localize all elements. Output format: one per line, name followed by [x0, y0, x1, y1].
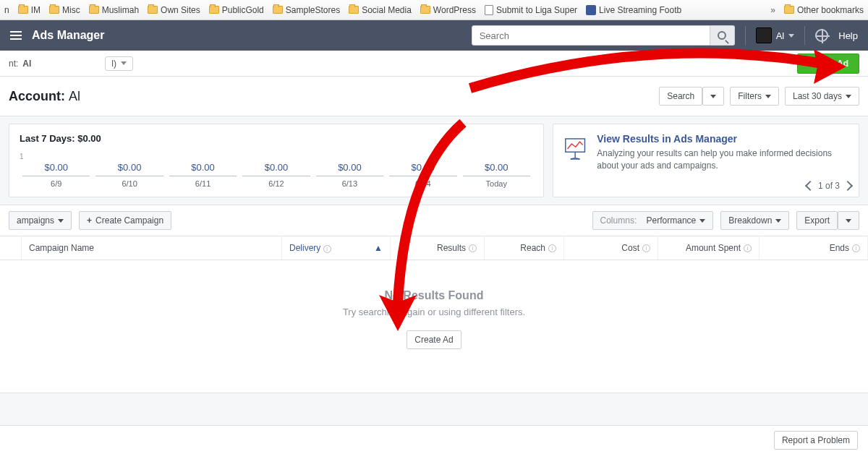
summary-cards: Last 7 Days: $0.00 1 $0.006/9 $0.006/10 … [0, 116, 868, 205]
bookmark-item[interactable]: Muslimah [89, 5, 139, 15]
page-icon [485, 5, 493, 15]
empty-body: Try searching again or using different f… [0, 307, 868, 317]
search-input[interactable] [472, 25, 710, 46]
bookmark-item[interactable]: WordPress [420, 5, 476, 15]
column-delivery[interactable]: Delivery i▲ [282, 236, 391, 260]
divider [804, 26, 805, 45]
search-dropdown[interactable] [702, 87, 724, 106]
spend-day[interactable]: $0.006/12 [239, 162, 312, 188]
chevron-down-icon [846, 95, 851, 98]
bookmark-item[interactable]: PublicGold [209, 5, 264, 15]
bookmark-item[interactable]: SampleStores [273, 5, 340, 15]
chart-icon [563, 133, 587, 165]
menu-icon[interactable] [10, 31, 22, 40]
other-bookmarks[interactable]: Other bookmarks [784, 5, 864, 15]
create-ad-button-empty[interactable]: Create Ad [407, 330, 461, 349]
empty-title: No Results Found [0, 289, 868, 302]
page-title: Account: Al [9, 89, 80, 104]
chevron-left-icon[interactable] [805, 181, 815, 191]
columns-selector[interactable]: Columns: Performance [592, 211, 714, 230]
chevron-down-icon [788, 34, 794, 38]
svg-rect-0 [566, 139, 585, 152]
bookmark-item[interactable]: Submit to Liga Super [485, 5, 577, 15]
table-toolbar: ampaigns +Create Campaign Columns: Perfo… [0, 205, 868, 236]
folder-icon [349, 6, 359, 14]
empty-state: No Results Found Try searching again or … [0, 260, 868, 393]
avatar [756, 27, 772, 43]
bookmark-item[interactable]: Misc [49, 5, 80, 15]
global-search [472, 25, 735, 46]
folder-icon [209, 6, 219, 14]
promo-pager: 1 of 3 [807, 181, 851, 191]
bookmarks-overflow[interactable]: » [770, 5, 775, 15]
info-icon: i [642, 244, 650, 252]
spend-day[interactable]: $0.006/13 [313, 162, 386, 188]
search-icon [718, 31, 726, 40]
campaigns-dropdown[interactable]: ampaigns [9, 211, 72, 230]
export-button[interactable]: Export [796, 211, 838, 230]
bookmark-item[interactable]: Social Media [349, 5, 412, 15]
report-problem-button[interactable]: Report a Problem [774, 431, 858, 450]
chart-axis-label: 1 [20, 153, 533, 160]
account-selector[interactable]: nt: Al l) [9, 56, 133, 71]
account-name: Al [22, 59, 31, 69]
bookmark-item[interactable]: Own Sites [148, 5, 200, 15]
column-amount-spent[interactable]: Amount Spent i [658, 236, 760, 260]
user-menu[interactable]: Al [756, 27, 795, 43]
notifications-icon[interactable] [815, 29, 828, 42]
search-button[interactable]: Search [659, 87, 702, 106]
export-dropdown[interactable] [838, 211, 859, 230]
divider [745, 26, 746, 45]
user-name: Al [776, 30, 785, 41]
spend-day[interactable]: $0.006/9 [20, 162, 93, 188]
account-header: Account: Al Search Filters Last 30 days [0, 77, 868, 116]
sub-header: nt: Al l) Create Ad [0, 51, 868, 77]
pager-text: 1 of 3 [818, 181, 840, 191]
bookmark-item[interactable]: IM [18, 5, 41, 15]
app-title: Ads Manager [32, 29, 104, 42]
table-header: Campaign Name Delivery i▲ Results i Reac… [0, 236, 868, 260]
promo-body: Analyzing your results can help you make… [597, 147, 848, 172]
promo-card: View Results in Ads Manager Analyzing yo… [553, 124, 859, 197]
column-ends[interactable]: Ends i [760, 236, 868, 260]
folder-icon [49, 6, 59, 14]
bookmark-item[interactable]: Live Streaming Footb [586, 5, 681, 15]
folder-icon [784, 6, 794, 14]
spend-title: Last 7 Days: $0.00 [20, 133, 533, 144]
chevron-down-icon [775, 219, 781, 223]
folder-icon [148, 6, 158, 14]
chevron-down-icon [58, 219, 64, 223]
info-icon: i [744, 244, 752, 252]
info-icon: i [852, 244, 860, 252]
create-ad-button[interactable]: Create Ad [797, 53, 859, 74]
filters-button[interactable]: Filters [730, 87, 779, 106]
spend-day[interactable]: $0.006/11 [166, 162, 239, 188]
chevron-right-icon[interactable] [843, 181, 853, 191]
spend-chart: $0.006/9 $0.006/10 $0.006/11 $0.006/12 $… [20, 162, 533, 188]
account-id-pill[interactable]: l) [105, 56, 133, 71]
account-prefix: nt: [9, 59, 18, 69]
chevron-down-icon [765, 95, 771, 98]
site-icon [586, 5, 596, 15]
chevron-down-icon [699, 219, 705, 223]
help-link[interactable]: Help [838, 30, 858, 41]
chevron-down-icon [846, 219, 851, 223]
spend-day[interactable]: $0.00Today [460, 162, 533, 188]
spend-day[interactable]: $0.006/14 [386, 162, 459, 188]
promo-title[interactable]: View Results in Ads Manager [597, 133, 848, 145]
column-reach[interactable]: Reach i [485, 236, 564, 260]
checkbox-column[interactable] [0, 236, 22, 260]
folder-icon [273, 6, 283, 14]
column-campaign-name[interactable]: Campaign Name [22, 236, 282, 260]
column-cost[interactable]: Cost i [564, 236, 658, 260]
breakdown-selector[interactable]: Breakdown [720, 211, 789, 230]
bookmark-item[interactable]: n [4, 5, 9, 15]
search-button[interactable] [710, 25, 735, 46]
create-campaign-button[interactable]: +Create Campaign [79, 211, 171, 230]
column-results[interactable]: Results i [391, 236, 485, 260]
chevron-down-icon [710, 95, 716, 98]
info-icon: i [548, 244, 556, 252]
date-range-button[interactable]: Last 30 days [785, 87, 859, 106]
info-icon: i [323, 245, 331, 253]
spend-day[interactable]: $0.006/10 [93, 162, 166, 188]
